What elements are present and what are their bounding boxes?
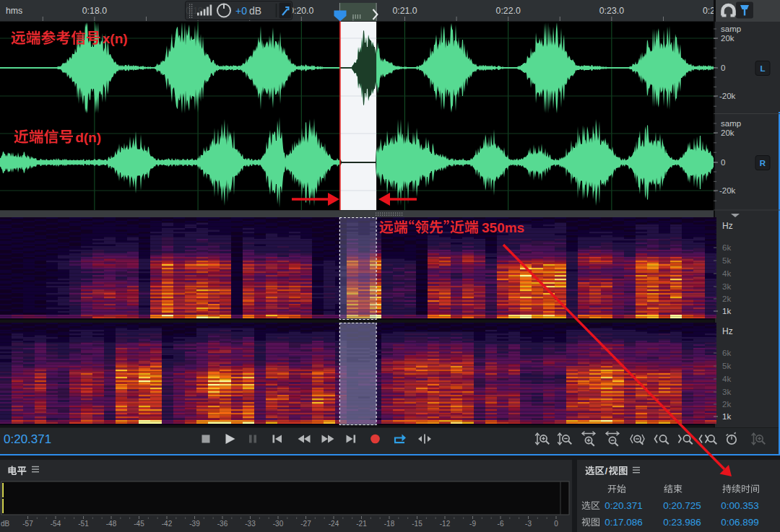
svg-text:3k: 3k <box>722 282 731 291</box>
svg-text:-45: -45 <box>134 520 144 528</box>
svg-text:-27: -27 <box>300 520 311 528</box>
svg-text:/: / <box>605 466 608 476</box>
svg-text:0:22.0: 0:22.0 <box>496 6 521 16</box>
svg-text:20k: 20k <box>721 128 734 137</box>
svg-text:-12: -12 <box>440 520 451 528</box>
svg-text:dB: dB <box>1 520 10 528</box>
svg-text:d(n): d(n) <box>75 130 101 145</box>
svg-text:Hz: Hz <box>722 326 733 336</box>
svg-text:Hz: Hz <box>722 221 733 231</box>
svg-text:0:06.899: 0:06.899 <box>721 517 759 528</box>
svg-text:0:23.986: 0:23.986 <box>663 517 701 528</box>
svg-text:6k: 6k <box>722 349 731 357</box>
svg-text:samp: samp <box>721 25 741 33</box>
svg-text:-36: -36 <box>217 520 228 528</box>
svg-text:-20k: -20k <box>719 186 736 195</box>
svg-text:-33: -33 <box>245 520 256 528</box>
svg-text:5k: 5k <box>722 362 731 370</box>
svg-text:-24: -24 <box>329 520 339 528</box>
svg-text:-15: -15 <box>412 520 422 528</box>
svg-text:-39: -39 <box>189 520 200 528</box>
svg-text:-6: -6 <box>498 520 504 528</box>
svg-text:1k: 1k <box>722 412 731 421</box>
svg-text:4k: 4k <box>722 269 731 278</box>
svg-text:dB: dB <box>249 5 261 17</box>
svg-text:2k: 2k <box>722 400 731 409</box>
svg-text:-54: -54 <box>51 520 61 528</box>
svg-text:+0: +0 <box>235 5 247 17</box>
svg-text:0: 0 <box>721 158 725 167</box>
svg-text:0:00.353: 0:00.353 <box>721 500 759 511</box>
svg-text:samp: samp <box>721 119 741 128</box>
svg-text:-57: -57 <box>22 520 33 528</box>
svg-text:0: 0 <box>721 64 725 72</box>
svg-text:0:18.0: 0:18.0 <box>82 6 107 16</box>
svg-text:x(n): x(n) <box>103 31 128 46</box>
svg-text:-51: -51 <box>78 520 89 528</box>
svg-text:350ms: 350ms <box>482 220 524 235</box>
svg-text:20k: 20k <box>721 34 734 43</box>
svg-text:-30: -30 <box>273 520 284 528</box>
svg-text:4k: 4k <box>722 375 731 383</box>
svg-text:0:20.371: 0:20.371 <box>604 500 643 511</box>
svg-text:0:23.0: 0:23.0 <box>599 6 624 16</box>
svg-text:0:17.086: 0:17.086 <box>604 517 643 528</box>
svg-text:0:20.0: 0:20.0 <box>289 6 313 16</box>
svg-text:-21: -21 <box>356 520 367 528</box>
svg-text:R: R <box>760 159 766 167</box>
svg-text:-48: -48 <box>106 520 117 528</box>
svg-text:-9: -9 <box>469 520 476 528</box>
svg-text:hms: hms <box>6 6 22 16</box>
svg-text:-18: -18 <box>384 520 395 528</box>
svg-text:1k: 1k <box>722 307 731 315</box>
svg-text:-20k: -20k <box>719 92 736 100</box>
svg-text:-3: -3 <box>525 520 532 528</box>
svg-text:-42: -42 <box>162 520 173 528</box>
svg-text:0:20.725: 0:20.725 <box>663 500 701 511</box>
svg-text:3k: 3k <box>722 388 731 396</box>
svg-text:L: L <box>760 64 765 73</box>
svg-text:6k: 6k <box>722 243 731 252</box>
svg-text:0: 0 <box>554 520 558 528</box>
svg-text:5k: 5k <box>722 256 731 265</box>
svg-text:0:20.371: 0:20.371 <box>4 432 51 446</box>
svg-text:2k: 2k <box>722 295 731 303</box>
svg-text:0:21.0: 0:21.0 <box>392 6 417 16</box>
